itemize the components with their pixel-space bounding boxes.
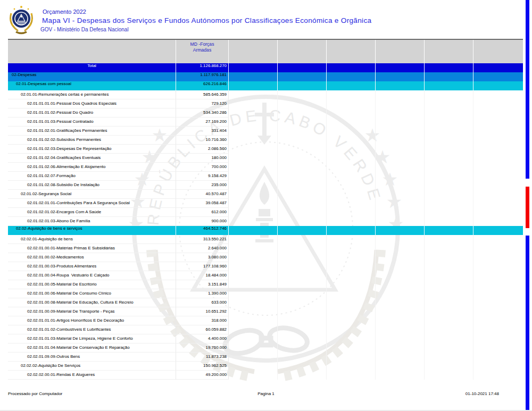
- row-empty-cell: [376, 63, 425, 72]
- table-row: 02.02.01.01.02-Combustíveis E Lubrifican…: [8, 325, 523, 334]
- edge-marker-bar-blue-bottom: [526, 236, 529, 411]
- row-empty-cell: [376, 289, 425, 298]
- row-empty-cell: [473, 334, 523, 343]
- table-row: 02.02.01.00.02-Medicamentos 3.080.000: [8, 253, 523, 262]
- row-empty-cell: [229, 172, 278, 181]
- row-label: 02.01.02-Segurança Social: [8, 190, 176, 199]
- row-value: 9.158.429: [176, 172, 229, 181]
- row-empty-cell: [425, 181, 473, 190]
- row-empty-cell: [376, 371, 425, 380]
- row-empty-cell: [327, 353, 376, 362]
- table-row: 02.01.01.02.07-Formação 9.158.429: [8, 172, 523, 181]
- row-empty-cell: [473, 154, 523, 163]
- row-empty-cell: [425, 72, 473, 81]
- row-label: 02.01.01.02.08-Subsidio De Instalação: [8, 181, 176, 190]
- row-empty-cell: [229, 181, 278, 190]
- row-empty-cell: [376, 244, 425, 253]
- row-value: 729.120: [176, 99, 229, 108]
- row-empty-cell: [425, 99, 473, 108]
- table-row: 02.01.01.02.02-Subsídios Permanentes 10.…: [8, 136, 523, 145]
- row-label: 02.02.01.00.08-Material De Educação, Cul…: [8, 298, 176, 307]
- row-value: 10.716.360: [176, 136, 229, 145]
- page-title: Mapa VI - Despesas dos Serviços e Fundos…: [42, 16, 371, 24]
- row-label: Total: [8, 63, 176, 72]
- row-empty-cell: [229, 298, 278, 307]
- row-empty-cell: [229, 353, 278, 362]
- row-empty-cell: [229, 99, 278, 108]
- row-empty-cell: [229, 289, 278, 298]
- row-empty-cell: [425, 108, 473, 118]
- row-empty-cell: [473, 353, 523, 362]
- row-label: 02.01.01.02.06-Alimentação E Alojamento: [8, 163, 176, 172]
- row-empty-cell: [229, 226, 278, 235]
- row-empty-cell: [376, 190, 425, 199]
- table-row: 02.01.01.01.01-Pessoal Dos Quadros Espec…: [8, 99, 523, 108]
- row-value: 585.646.359: [176, 90, 229, 99]
- row-empty-cell: [376, 90, 425, 99]
- row-value: 900.000: [176, 217, 229, 226]
- row-empty-cell: [327, 163, 376, 172]
- row-value: 235.000: [176, 181, 229, 190]
- row-empty-cell: [229, 208, 278, 217]
- row-label: 02.01.01.01.03-Pessoal Contratado: [8, 118, 176, 127]
- budget-table: MD -Forças Armadas Total 1.126.868.270 0…: [8, 39, 523, 380]
- row-empty-cell: [473, 298, 523, 307]
- row-empty-cell: [473, 208, 523, 217]
- row-value: 612.000: [176, 208, 229, 217]
- row-empty-cell: [327, 226, 376, 235]
- row-empty-cell: [278, 226, 327, 235]
- row-value: 318.000: [176, 316, 229, 325]
- row-empty-cell: [229, 271, 278, 280]
- row-empty-cell: [278, 343, 327, 353]
- row-empty-cell: [229, 316, 278, 325]
- row-empty-cell: [229, 253, 278, 262]
- row-empty-cell: [278, 298, 327, 307]
- row-empty-cell: [229, 90, 278, 99]
- table-row: 02.02.01.00.08-Material De Educação, Cul…: [8, 298, 523, 307]
- row-label: 02-Despesas: [8, 72, 176, 81]
- row-empty-cell: [327, 99, 376, 108]
- row-empty-cell: [327, 316, 376, 325]
- row-empty-cell: [473, 181, 523, 190]
- row-empty-cell: [327, 362, 376, 371]
- row-empty-cell: [473, 136, 523, 145]
- row-value: 180.000: [176, 154, 229, 163]
- row-empty-cell: [473, 172, 523, 181]
- row-empty-cell: [473, 63, 523, 72]
- row-value: 626.216.846: [176, 81, 229, 90]
- table-body: Total 1.126.868.270 02-Despesas 1.117.97…: [8, 63, 523, 380]
- row-empty-cell: [327, 334, 376, 343]
- row-empty-cell: [229, 127, 278, 136]
- row-empty-cell: [278, 334, 327, 343]
- row-empty-cell: [327, 262, 376, 271]
- row-value: 39.058.487: [176, 199, 229, 208]
- row-label: 02.01-Despesas com pessoal: [8, 81, 176, 90]
- row-label: 02.02.01.01.03-Material De Limpeza, Higi…: [8, 334, 176, 343]
- row-value: 150.962.525: [176, 362, 229, 371]
- row-empty-cell: [278, 190, 327, 199]
- row-empty-cell: [278, 81, 327, 90]
- table-row: 02.02.01.00.05-Material De Escritório 3.…: [8, 280, 523, 289]
- row-empty-cell: [376, 343, 425, 353]
- row-empty-cell: [473, 199, 523, 208]
- row-empty-cell: [229, 63, 278, 72]
- row-empty-cell: [278, 316, 327, 325]
- row-label: 02.02.02.00.01-Rendas E Alugueres: [8, 371, 176, 380]
- row-empty-cell: [278, 307, 327, 316]
- row-empty-cell: [229, 81, 278, 90]
- table-row: 02.01.01.02.03-Despesas De Representação…: [8, 145, 523, 154]
- row-empty-cell: [327, 235, 376, 244]
- column-header-md-forcas-armadas: MD -Forças Armadas: [176, 40, 229, 63]
- row-empty-cell: [229, 154, 278, 163]
- edge-marker-bar-blue-top: [526, 0, 529, 179]
- budget-year-title: Orçamento 2022: [43, 9, 86, 15]
- cape-verde-emblem-logo: [7, 5, 35, 35]
- row-empty-cell: [278, 63, 327, 72]
- table-row: 02.01.02.01.03-Abono De Família 900.000: [8, 217, 523, 226]
- table-row: 02.01.01-Remunerações certas e permanent…: [8, 90, 523, 99]
- table-row: 02-Despesas 1.117.976.181: [8, 72, 523, 81]
- row-empty-cell: [473, 108, 523, 118]
- row-empty-cell: [229, 217, 278, 226]
- table-row: 02.01.01.02.01-Gratificações Permanentes…: [8, 127, 523, 136]
- row-label: 02.01.01.02.07-Formação: [8, 172, 176, 181]
